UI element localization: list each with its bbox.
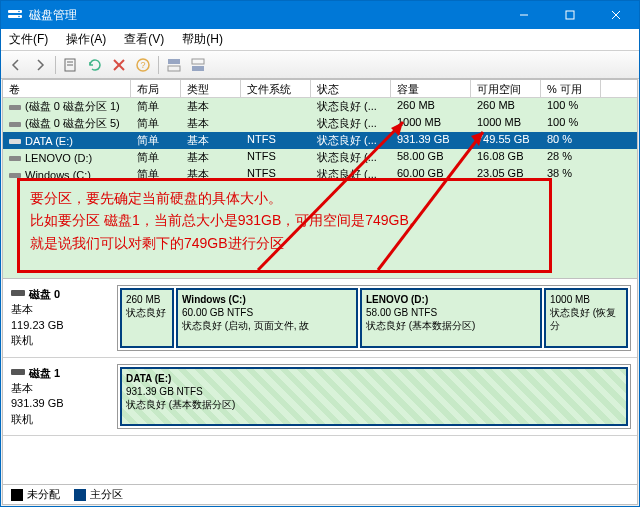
svg-rect-22 [9, 156, 21, 161]
svg-rect-28 [11, 290, 25, 296]
table-row[interactable]: LENOVO (D:) 简单基本NTFS状态良好 (...58.00 GB16.… [3, 149, 637, 166]
partition[interactable]: Windows (C:) 60.00 GB NTFS 状态良好 (启动, 页面文… [176, 288, 358, 348]
col-free[interactable]: 可用空间 [471, 80, 541, 97]
table-row[interactable]: (磁盘 0 磁盘分区 5) 简单基本状态良好 (...1000 MB1000 M… [3, 115, 637, 132]
content-area: 卷 布局 类型 文件系统 状态 容量 可用空间 % 可用 (磁盘 0 磁盘分区 … [2, 79, 638, 505]
toolbar-separator [158, 56, 159, 74]
partition[interactable]: 1000 MB 状态良好 (恢复分 [544, 288, 628, 348]
svg-rect-5 [566, 11, 574, 19]
disk-info: 磁盘 1 基本 931.39 GB 联机 [9, 364, 107, 430]
drive-icon [9, 136, 21, 146]
svg-rect-1 [8, 15, 22, 18]
disk-icon [11, 287, 25, 302]
menubar: 文件(F) 操作(A) 查看(V) 帮助(H) [1, 29, 639, 51]
col-layout[interactable]: 布局 [131, 80, 181, 97]
svg-rect-19 [9, 105, 21, 110]
menu-action[interactable]: 操作(A) [62, 29, 110, 50]
refresh-icon[interactable] [86, 56, 104, 74]
view-bottom-icon[interactable] [189, 56, 207, 74]
menu-help[interactable]: 帮助(H) [178, 29, 227, 50]
col-filesystem[interactable]: 文件系统 [241, 80, 311, 97]
delete-icon[interactable] [110, 56, 128, 74]
close-button[interactable] [593, 1, 639, 29]
legend-primary: 主分区 [74, 487, 123, 502]
annotation-box: 要分区，要先确定当前硬盘的具体大小。 比如要分区 磁盘1，当前总大小是931GB… [17, 178, 552, 273]
svg-rect-0 [8, 10, 22, 13]
svg-rect-15 [168, 59, 180, 64]
svg-text:?: ? [140, 60, 145, 70]
disk-info: 磁盘 0 基本 119.23 GB 联机 [9, 285, 107, 351]
drive-icon [9, 119, 21, 129]
col-volume[interactable]: 卷 [3, 80, 131, 97]
legend-unallocated: 未分配 [11, 487, 60, 502]
table-row[interactable]: (磁盘 0 磁盘分区 1) 简单基本状态良好 (...260 MB260 MB1… [3, 98, 637, 115]
toolbar: ? [1, 51, 639, 79]
svg-rect-29 [11, 369, 25, 375]
svg-rect-23 [9, 173, 21, 178]
back-icon[interactable] [7, 56, 25, 74]
col-capacity[interactable]: 容量 [391, 80, 471, 97]
svg-rect-17 [192, 59, 204, 64]
partition[interactable]: LENOVO (D:) 58.00 GB NTFS 状态良好 (基本数据分区) [360, 288, 542, 348]
svg-point-3 [18, 16, 20, 18]
table-row[interactable]: DATA (E:) 简单基本NTFS状态良好 (...931.39 GB749.… [3, 132, 637, 149]
maximize-button[interactable] [547, 1, 593, 29]
annotation-line: 比如要分区 磁盘1，当前总大小是931GB，可用空间是749GB。 [30, 209, 539, 231]
disk-row: 磁盘 1 基本 931.39 GB 联机 DATA (E:) 931.39 GB… [3, 358, 637, 437]
help-icon[interactable]: ? [134, 56, 152, 74]
toolbar-separator [55, 56, 56, 74]
window-titlebar: 磁盘管理 [1, 1, 639, 29]
forward-icon[interactable] [31, 56, 49, 74]
minimize-button[interactable] [501, 1, 547, 29]
svg-rect-21 [9, 139, 21, 144]
partition[interactable]: 260 MB 状态良好 [120, 288, 174, 348]
partition[interactable]: DATA (E:) 931.39 GB NTFS 状态良好 (基本数据分区) [120, 367, 628, 427]
legend: 未分配 主分区 [3, 484, 637, 504]
svg-point-2 [18, 11, 20, 13]
view-top-icon[interactable] [165, 56, 183, 74]
svg-rect-20 [9, 122, 21, 127]
disk-row: 磁盘 0 基本 119.23 GB 联机 260 MB 状态良好 Windows… [3, 279, 637, 358]
svg-rect-18 [192, 66, 204, 71]
window-title: 磁盘管理 [29, 7, 77, 24]
graphical-view: 磁盘 0 基本 119.23 GB 联机 260 MB 状态良好 Windows… [3, 278, 637, 484]
drive-icon [9, 102, 21, 112]
app-icon [7, 7, 23, 23]
volume-table-header: 卷 布局 类型 文件系统 状态 容量 可用空间 % 可用 [3, 80, 637, 98]
annotation-line: 要分区，要先确定当前硬盘的具体大小。 [30, 187, 539, 209]
col-status[interactable]: 状态 [311, 80, 391, 97]
drive-icon [9, 153, 21, 163]
properties-icon[interactable] [62, 56, 80, 74]
disk-icon [11, 366, 25, 381]
menu-file[interactable]: 文件(F) [5, 29, 52, 50]
col-percent[interactable]: % 可用 [541, 80, 601, 97]
svg-rect-16 [168, 66, 180, 71]
menu-view[interactable]: 查看(V) [120, 29, 168, 50]
annotation-line: 就是说我们可以对剩下的749GB进行分区 [30, 232, 539, 254]
col-type[interactable]: 类型 [181, 80, 241, 97]
